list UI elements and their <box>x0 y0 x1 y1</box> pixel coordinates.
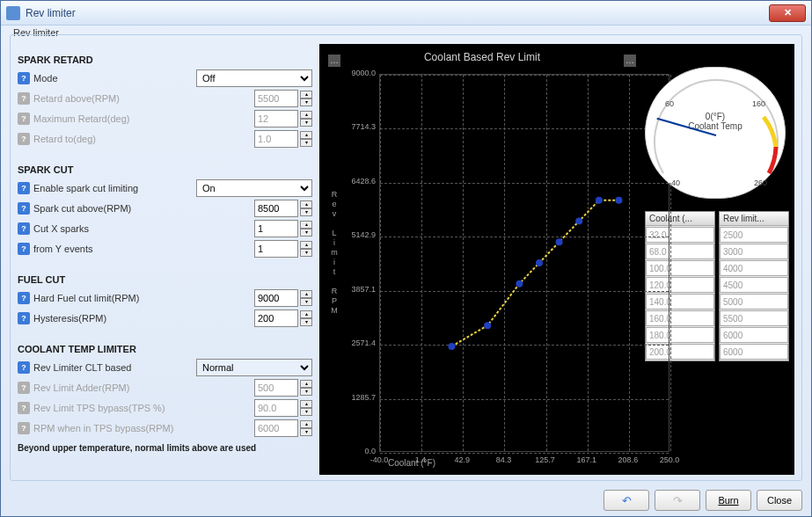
row-enable-spark-cut: ? Enable spark cut limiting On <box>18 178 312 198</box>
table-cell[interactable] <box>720 294 788 309</box>
chart-plot-wrap: … Coolant Based Rev Limit … Rev Limit RP… <box>325 49 640 470</box>
help-icon[interactable]: ? <box>18 72 30 84</box>
plot-canvas[interactable] <box>379 74 669 452</box>
spin-up[interactable]: ▴ <box>300 221 312 229</box>
table-cell[interactable] <box>720 260 788 276</box>
gauge-tick: -40 <box>669 178 680 187</box>
table-cell[interactable] <box>720 227 788 243</box>
spin-up: ▴ <box>300 131 312 139</box>
spin-up: ▴ <box>300 380 312 388</box>
row-tps-bypass: ? Rev Limit TPS bypass(TPS %) ▴▾ <box>18 398 312 418</box>
spin-down[interactable]: ▾ <box>300 318 312 326</box>
window-title: Rev limiter <box>26 7 769 19</box>
y-axis-label: Rev Limit RPM <box>328 190 340 316</box>
window-close-button[interactable]: ✕ <box>769 4 806 22</box>
input-cut-x[interactable] <box>254 220 298 237</box>
section-fuel-cut: FUEL CUT <box>18 274 312 285</box>
help-icon: ? <box>18 113 30 125</box>
spin-down: ▾ <box>300 119 312 127</box>
spin-down: ▾ <box>300 139 312 147</box>
undo-icon: ↶ <box>622 494 632 507</box>
table-cell[interactable] <box>720 344 788 360</box>
input-adder <box>254 379 298 397</box>
chart-panel: … Coolant Based Rev Limit … Rev Limit RP… <box>319 44 794 477</box>
spin-up[interactable]: ▴ <box>300 310 312 318</box>
input-from-y[interactable] <box>254 240 298 258</box>
chart-title: Coolant Based Rev Limit <box>325 49 640 69</box>
input-hysteresis[interactable] <box>254 309 298 327</box>
table-cell[interactable] <box>720 277 788 293</box>
spin-up[interactable]: ▴ <box>300 241 312 249</box>
spin-down[interactable]: ▾ <box>300 229 312 237</box>
spin-up[interactable]: ▴ <box>300 200 312 208</box>
titlebar: Rev limiter ✕ <box>1 1 811 25</box>
help-icon[interactable]: ? <box>18 292 30 304</box>
help-icon[interactable]: ? <box>18 312 30 324</box>
spin-down[interactable]: ▾ <box>300 208 312 216</box>
help-icon[interactable]: ? <box>18 361 30 374</box>
svg-point-0 <box>448 343 455 350</box>
row-adder: ? Rev Limit Adder(RPM) ▴▾ <box>18 378 312 397</box>
help-icon[interactable]: ? <box>18 202 30 215</box>
spin-up: ▴ <box>300 111 312 119</box>
label-rpm-bypass: RPM when in TPS bypass(RPM) <box>33 423 254 433</box>
redo-button: ↷ <box>655 490 700 511</box>
svg-point-6 <box>596 197 603 204</box>
close-button[interactable]: Close <box>757 490 802 511</box>
svg-point-1 <box>484 322 491 329</box>
section-spark-cut: SPARK CUT <box>18 164 312 175</box>
table-cell[interactable] <box>720 310 788 326</box>
label-retard-above: Retard above(RPM) <box>33 93 254 104</box>
gauge-tick: 260 <box>754 178 767 187</box>
label-clt-based: Rev Limiter CLT based <box>33 362 196 373</box>
row-retard-above: ? Retard above(RPM) ▴▾ <box>18 89 312 108</box>
table-cell[interactable] <box>720 327 788 343</box>
help-icon: ? <box>18 92 30 105</box>
row-cut-x: ? Cut X sparks ▴▾ <box>18 219 312 238</box>
input-hard-fuel-cut[interactable] <box>254 289 298 307</box>
svg-point-2 <box>516 280 523 288</box>
spin-down: ▾ <box>300 98 312 106</box>
burn-button[interactable]: Burn <box>706 490 751 511</box>
label-from-y: from Y events <box>33 244 254 254</box>
label-tps-bypass: Rev Limit TPS bypass(TPS %) <box>33 403 254 413</box>
spin-down[interactable]: ▾ <box>300 298 312 306</box>
row-retard-to: ? Retard to(deg) ▴▾ <box>18 129 312 149</box>
spin-down[interactable]: ▾ <box>300 249 312 257</box>
chart-area: … Coolant Based Rev Limit … Rev Limit RP… <box>319 44 794 475</box>
label-max-retard: Maximum Retard(deg) <box>33 113 254 124</box>
row-from-y: ? from Y events ▴▾ <box>18 239 312 258</box>
section-coolant-limiter: COOLANT TEMP LIMITER <box>18 344 312 354</box>
help-icon[interactable]: ? <box>18 222 30 235</box>
bottom-toolbar: ↶ ↷ Burn Close <box>604 490 802 511</box>
spin-down: ▾ <box>300 428 312 436</box>
svg-point-7 <box>615 197 622 204</box>
app-icon <box>6 6 20 20</box>
input-tps-bypass <box>254 399 298 417</box>
row-spark-cut-above: ? Spark cut above(RPM) ▴▾ <box>18 199 312 218</box>
help-icon: ? <box>18 402 30 414</box>
undo-button[interactable]: ↶ <box>604 490 649 511</box>
y-ticks: 0.01285.72571.43857.15142.96428.67714.39… <box>346 69 377 455</box>
spin-up[interactable]: ▴ <box>300 290 312 298</box>
help-icon: ? <box>18 133 30 145</box>
chart-menu-right[interactable]: … <box>624 55 636 67</box>
svg-point-3 <box>536 259 543 266</box>
chart-menu-left[interactable]: … <box>328 55 340 67</box>
help-icon[interactable]: ? <box>18 182 30 194</box>
input-spark-cut-above[interactable] <box>254 200 298 217</box>
coolant-gauge: 0(°F)Coolant Temp -40 60 160 260 <box>645 67 786 199</box>
row-hysteresis: ? Hysteresis(RPM) ▴▾ <box>18 309 312 328</box>
label-hysteresis: Hysteresis(RPM) <box>33 313 254 324</box>
help-icon: ? <box>18 382 30 394</box>
help-icon: ? <box>18 422 30 434</box>
label-mode: Mode <box>33 73 196 84</box>
label-spark-cut-above: Spark cut above(RPM) <box>33 203 254 214</box>
select-mode[interactable]: Off <box>196 69 312 87</box>
help-icon[interactable]: ? <box>18 243 30 255</box>
select-clt-based[interactable]: Normal <box>196 359 312 376</box>
table-cell[interactable] <box>720 244 788 259</box>
spin-down: ▾ <box>300 408 312 416</box>
section-spark-retard: SPARK RETARD <box>18 55 312 65</box>
select-enable-spark-cut[interactable]: On <box>196 179 312 197</box>
